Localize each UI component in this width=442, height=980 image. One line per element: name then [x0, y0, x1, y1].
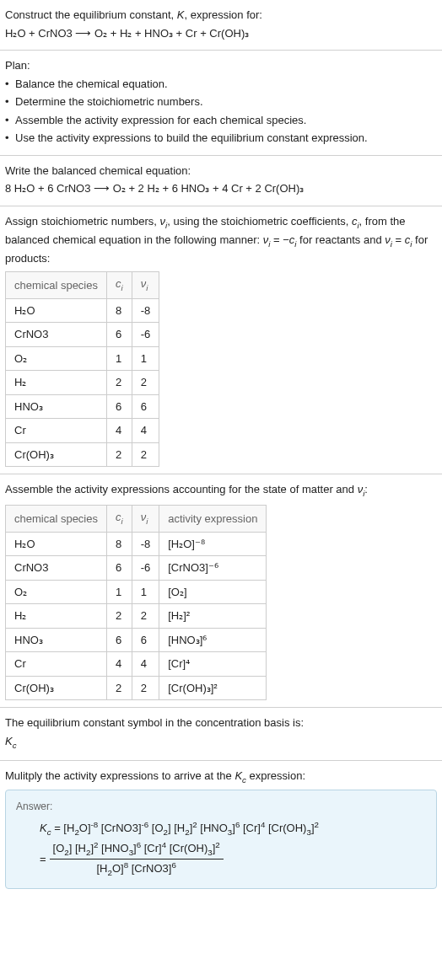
table-row: CrNO36-6 — [6, 323, 159, 347]
col-ni: νi — [132, 272, 159, 298]
table-header-row: chemical species ci νi — [6, 272, 159, 298]
plan-item: •Balance the chemical equation. — [5, 76, 437, 93]
table-row: H₂22 — [6, 371, 159, 395]
balanced-section: Write the balanced chemical equation: 8 … — [0, 156, 442, 206]
prompt-section: Construct the equilibrium constant, K, e… — [0, 0, 442, 50]
fraction-denominator: [H2O]8 [CrNO3]6 — [50, 860, 224, 880]
table-row: O₂11 — [6, 346, 159, 371]
table-row: CrNO36-6[CrNO3]⁻⁶ — [6, 556, 267, 581]
prompt-line: Construct the equilibrium constant, K, e… — [5, 7, 437, 24]
table-header-row: chemical species ci νi activity expressi… — [6, 506, 267, 532]
answer-label: Answer: — [16, 799, 426, 814]
plan-title: Plan: — [5, 57, 437, 74]
col-species: chemical species — [6, 272, 107, 298]
symbol-line1: The equilibrium constant symbol in the c… — [5, 715, 437, 731]
table-row: Cr44[Cr]⁴ — [6, 652, 267, 677]
symbol-section: The equilibrium constant symbol in the c… — [0, 708, 442, 760]
answer-box: Answer: Kc = [H2O]-8 [CrNO3]-6 [O2] [H2]… — [5, 790, 437, 889]
fraction-numerator: [O2] [H2]2 [HNO3]6 [Cr]4 [Cr(OH)3]2 — [50, 839, 224, 860]
answer-flat: Kc = [H2O]-8 [CrNO3]-6 [O2] [H2]2 [HNO3]… — [40, 819, 426, 839]
table-row: H₂22[H₂]² — [6, 604, 267, 629]
table-row: Cr44 — [6, 419, 159, 443]
fraction: [O2] [H2]2 [HNO3]6 [Cr]4 [Cr(OH)3]2 [H2O… — [50, 839, 224, 880]
col-ci: ci — [107, 272, 132, 298]
activity-table: chemical species ci νi activity expressi… — [5, 505, 267, 700]
col-expr: activity expression — [159, 506, 267, 532]
equals-sign: = — [40, 851, 46, 868]
multiply-section: Mulitply the activity expressions to arr… — [0, 761, 442, 896]
plan-item: •Use the activity expressions to build t… — [5, 130, 437, 147]
activity-intro: Assemble the activity expressions accoun… — [5, 481, 437, 500]
table-row: O₂11[O₂] — [6, 580, 267, 604]
plan-section: Plan: •Balance the chemical equation. •D… — [0, 51, 442, 155]
multiply-title: Mulitply the activity expressions to arr… — [5, 768, 437, 786]
col-ci: ci — [107, 506, 132, 532]
stoich-table: chemical species ci νi H₂O8-8 CrNO36-6 O… — [5, 271, 159, 467]
prompt-equation: H₂O + CrNO3 ⟶ O₂ + H₂ + HNO₃ + Cr + Cr(O… — [5, 25, 437, 42]
col-species: chemical species — [6, 506, 107, 532]
plan-item: •Determine the stoichiometric numbers. — [5, 94, 437, 110]
table-row: HNO₃66[HNO₃]⁶ — [6, 628, 267, 652]
stoich-section: Assign stoichiometric numbers, νi, using… — [0, 206, 442, 474]
table-row: H₂O8-8[H₂O]⁻⁸ — [6, 532, 267, 556]
table-row: H₂O8-8 — [6, 298, 159, 323]
answer-fraction: = [O2] [H2]2 [HNO3]6 [Cr]4 [Cr(OH)3]2 [H… — [40, 839, 426, 880]
table-row: Cr(OH)₃22[Cr(OH)₃]² — [6, 676, 267, 700]
balanced-title: Write the balanced chemical equation: — [5, 163, 437, 179]
balanced-equation: 8 H₂O + 6 CrNO3 ⟶ O₂ + 2 H₂ + 6 HNO₃ + 4… — [5, 180, 437, 197]
table-row: Cr(OH)₃22 — [6, 442, 159, 467]
table-row: HNO₃66 — [6, 394, 159, 419]
symbol-kc: Kc — [5, 733, 437, 752]
stoich-intro: Assign stoichiometric numbers, νi, using… — [5, 213, 437, 267]
plan-item: •Assemble the activity expression for ea… — [5, 112, 437, 129]
activity-section: Assemble the activity expressions accoun… — [0, 474, 442, 707]
col-ni: νi — [132, 506, 159, 532]
